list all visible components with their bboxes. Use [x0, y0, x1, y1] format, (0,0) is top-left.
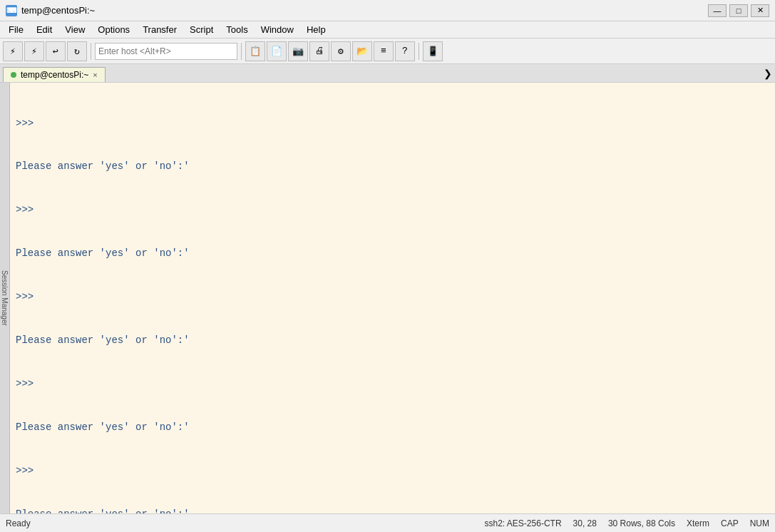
- tab-bar: temp@centosPi:~ × ❯: [0, 64, 775, 83]
- menu-script[interactable]: Script: [184, 23, 219, 36]
- title-bar: ⌨ temp@centosPi:~ — □ ✕: [0, 0, 775, 21]
- toolbar-reconnect[interactable]: ↻: [67, 41, 87, 61]
- status-size: 30 Rows, 88 Cols: [608, 518, 675, 528]
- tab-title: temp@centosPi:~: [21, 70, 88, 80]
- status-num: NUM: [750, 518, 769, 528]
- terminal-line: Please answer 'yes' or 'no':': [16, 246, 769, 260]
- terminal-line: >>>: [16, 116, 769, 131]
- session-manager-sidebar[interactable]: Session Manager: [0, 83, 10, 513]
- terminal-line: Please answer 'yes' or 'no':': [16, 333, 769, 347]
- terminal-line: >>>: [16, 203, 769, 217]
- terminal-line: >>>: [16, 377, 769, 391]
- status-encryption: ssh2: AES-256-CTR: [485, 518, 562, 528]
- toolbar-sep-1: [91, 43, 91, 60]
- terminal-line: Please answer 'yes' or 'no':': [16, 420, 769, 434]
- host-input[interactable]: [95, 43, 237, 60]
- menu-tools[interactable]: Tools: [220, 23, 253, 36]
- panel-collapse-button[interactable]: ❯: [764, 68, 772, 79]
- toolbar-help[interactable]: ?: [395, 41, 415, 61]
- menu-options[interactable]: Options: [92, 23, 135, 36]
- menu-help[interactable]: Help: [301, 23, 332, 36]
- menu-window[interactable]: Window: [255, 23, 299, 36]
- menu-file[interactable]: File: [3, 23, 29, 36]
- menu-transfer[interactable]: Transfer: [137, 23, 183, 36]
- connection-status-icon: [11, 72, 16, 78]
- terminal-area[interactable]: >>> Please answer 'yes' or 'no':' >>> Pl…: [10, 83, 775, 513]
- status-terminal-type: Xterm: [687, 518, 709, 528]
- toolbar-extra[interactable]: 📱: [423, 41, 443, 61]
- menu-view[interactable]: View: [59, 23, 91, 36]
- menu-bar: File Edit View Options Transfer Script T…: [0, 21, 775, 39]
- terminal-line: >>>: [16, 464, 769, 478]
- maximize-button[interactable]: □: [729, 4, 748, 17]
- terminal-line: Please answer 'yes' or 'no':': [16, 507, 769, 513]
- terminal-scrollback: >>> Please answer 'yes' or 'no':' >>> Pl…: [16, 87, 769, 513]
- toolbar-sep-2: [241, 43, 242, 60]
- session-manager-label: Session Manager: [1, 270, 9, 326]
- window-controls: — □ ✕: [708, 4, 769, 17]
- toolbar-filter[interactable]: ≡: [374, 41, 394, 61]
- main-area: Session Manager >>> Please answer 'yes' …: [0, 83, 775, 513]
- session-tab[interactable]: temp@centosPi:~ ×: [3, 67, 106, 82]
- status-position: 30, 28: [573, 518, 597, 528]
- toolbar-connect[interactable]: ⚡: [24, 41, 44, 61]
- toolbar-paste[interactable]: 📄: [267, 41, 287, 61]
- status-ready: Ready: [6, 518, 473, 528]
- toolbar-sftp[interactable]: 📂: [352, 41, 372, 61]
- toolbar-new-session[interactable]: ⚡: [3, 41, 23, 61]
- terminal-line: >>>: [16, 290, 769, 304]
- toolbar-clone[interactable]: ↩: [46, 41, 66, 61]
- toolbar-findfiles[interactable]: 📷: [288, 41, 308, 61]
- toolbar: ⚡ ⚡ ↩ ↻ 📋 📄 📷 🖨 ⚙ 📂 ≡ ? 📱: [0, 39, 775, 64]
- status-caps: CAP: [721, 518, 739, 528]
- close-button[interactable]: ✕: [751, 4, 769, 17]
- terminal-line: Please answer 'yes' or 'no':': [16, 159, 769, 173]
- tab-close-button[interactable]: ×: [93, 71, 97, 79]
- app-icon: ⌨: [6, 5, 17, 16]
- toolbar-copy[interactable]: 📋: [245, 41, 265, 61]
- menu-edit[interactable]: Edit: [31, 23, 58, 36]
- toolbar-settings[interactable]: ⚙: [331, 41, 351, 61]
- minimize-button[interactable]: —: [708, 4, 727, 17]
- window-title: temp@centosPi:~: [21, 5, 708, 16]
- status-bar: Ready ssh2: AES-256-CTR 30, 28 30 Rows, …: [0, 513, 775, 532]
- toolbar-print[interactable]: 🖨: [309, 41, 329, 61]
- toolbar-sep-3: [419, 43, 419, 60]
